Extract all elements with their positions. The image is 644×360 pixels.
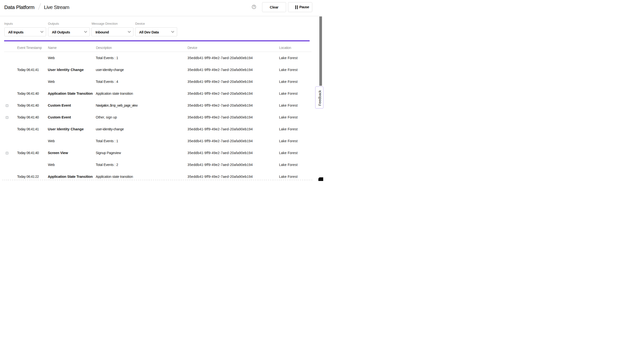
svg-text:?: ?: [253, 5, 255, 8]
